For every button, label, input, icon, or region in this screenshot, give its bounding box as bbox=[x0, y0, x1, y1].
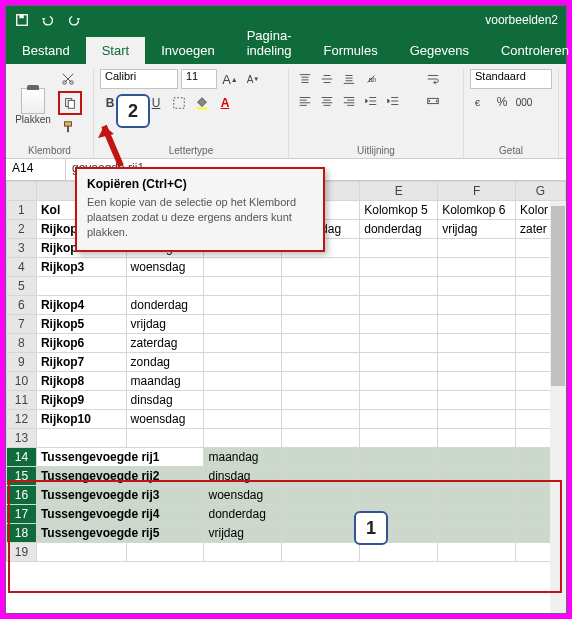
cell-C8[interactable] bbox=[204, 334, 282, 353]
cell-F9[interactable] bbox=[438, 353, 516, 372]
cell-E5[interactable] bbox=[360, 277, 438, 296]
tab-gegevens[interactable]: Gegevens bbox=[394, 37, 485, 64]
cell-E4[interactable] bbox=[360, 258, 438, 277]
cell-A15[interactable]: Tussengevoegde rij2 bbox=[36, 467, 204, 486]
cell-D6[interactable] bbox=[282, 296, 360, 315]
cell-E12[interactable] bbox=[360, 410, 438, 429]
cell-C19[interactable] bbox=[204, 543, 282, 562]
align-bottom-button[interactable] bbox=[339, 69, 359, 89]
cell-D9[interactable] bbox=[282, 353, 360, 372]
row-header-1[interactable]: 1 bbox=[7, 201, 37, 220]
cell-D17[interactable] bbox=[282, 505, 360, 524]
cell-F7[interactable] bbox=[438, 315, 516, 334]
cell-A13[interactable] bbox=[36, 429, 126, 448]
cell-F12[interactable] bbox=[438, 410, 516, 429]
cell-A17[interactable]: Tussengevoegde rij4 bbox=[36, 505, 204, 524]
row-header-4[interactable]: 4 bbox=[7, 258, 37, 277]
cell-E3[interactable] bbox=[360, 239, 438, 258]
cell-B10[interactable]: maandag bbox=[126, 372, 204, 391]
copy-button[interactable] bbox=[58, 91, 82, 115]
col-header-F[interactable]: F bbox=[438, 182, 516, 201]
align-center-button[interactable] bbox=[317, 91, 337, 111]
cell-E1[interactable]: Kolomkop 5 bbox=[360, 201, 438, 220]
font-name-select[interactable]: Calibri bbox=[100, 69, 178, 89]
cell-B5[interactable] bbox=[126, 277, 204, 296]
row-header-12[interactable]: 12 bbox=[7, 410, 37, 429]
cell-E16[interactable] bbox=[360, 486, 438, 505]
cell-A11[interactable]: Rijkop9 bbox=[36, 391, 126, 410]
cell-F16[interactable] bbox=[438, 486, 516, 505]
row-header-5[interactable]: 5 bbox=[7, 277, 37, 296]
name-box[interactable]: A14 bbox=[6, 159, 66, 180]
wrap-text-button[interactable] bbox=[413, 69, 453, 89]
cell-F10[interactable] bbox=[438, 372, 516, 391]
tab-bestand[interactable]: Bestand bbox=[6, 37, 86, 64]
row-header-11[interactable]: 11 bbox=[7, 391, 37, 410]
cell-C13[interactable] bbox=[204, 429, 282, 448]
cell-D18[interactable] bbox=[282, 524, 360, 543]
cell-F19[interactable] bbox=[438, 543, 516, 562]
cell-B6[interactable]: donderdag bbox=[126, 296, 204, 315]
cell-A12[interactable]: Rijkop10 bbox=[36, 410, 126, 429]
cell-C5[interactable] bbox=[204, 277, 282, 296]
cell-F17[interactable] bbox=[438, 505, 516, 524]
cell-E13[interactable] bbox=[360, 429, 438, 448]
tab-start[interactable]: Start bbox=[86, 37, 145, 64]
cell-F15[interactable] bbox=[438, 467, 516, 486]
row-header-19[interactable]: 19 bbox=[7, 543, 37, 562]
align-left-button[interactable] bbox=[295, 91, 315, 111]
cell-B8[interactable]: zaterdag bbox=[126, 334, 204, 353]
cell-D13[interactable] bbox=[282, 429, 360, 448]
merge-center-button[interactable] bbox=[413, 91, 453, 111]
undo-icon[interactable] bbox=[40, 12, 56, 28]
number-format-select[interactable]: Standaard bbox=[470, 69, 552, 89]
cell-A4[interactable]: Rijkop3 bbox=[36, 258, 126, 277]
cell-A14[interactable]: Tussengevoegde rij1 bbox=[36, 448, 204, 467]
orientation-button[interactable]: ab bbox=[361, 69, 381, 89]
cell-A18[interactable]: Tussengevoegde rij5 bbox=[36, 524, 204, 543]
row-header-14[interactable]: 14 bbox=[7, 448, 37, 467]
cell-D4[interactable] bbox=[282, 258, 360, 277]
cell-F1[interactable]: Kolomkop 6 bbox=[438, 201, 516, 220]
row-header-2[interactable]: 2 bbox=[7, 220, 37, 239]
row-header-15[interactable]: 15 bbox=[7, 467, 37, 486]
cell-C17[interactable]: donderdag bbox=[204, 505, 282, 524]
cell-F8[interactable] bbox=[438, 334, 516, 353]
cell-B4[interactable]: woensdag bbox=[126, 258, 204, 277]
cell-F3[interactable] bbox=[438, 239, 516, 258]
cell-A10[interactable]: Rijkop8 bbox=[36, 372, 126, 391]
cell-A7[interactable]: Rijkop5 bbox=[36, 315, 126, 334]
row-header-10[interactable]: 10 bbox=[7, 372, 37, 391]
cell-C16[interactable]: woensdag bbox=[204, 486, 282, 505]
cell-A6[interactable]: Rijkop4 bbox=[36, 296, 126, 315]
cell-C7[interactable] bbox=[204, 315, 282, 334]
cell-C4[interactable] bbox=[204, 258, 282, 277]
tab-controleren[interactable]: Controleren bbox=[485, 37, 572, 64]
align-middle-button[interactable] bbox=[317, 69, 337, 89]
cell-D15[interactable] bbox=[282, 467, 360, 486]
vertical-scrollbar[interactable] bbox=[550, 201, 566, 613]
cell-A19[interactable] bbox=[36, 543, 126, 562]
redo-icon[interactable] bbox=[66, 12, 82, 28]
cell-D5[interactable] bbox=[282, 277, 360, 296]
font-color-button[interactable]: A bbox=[215, 93, 235, 113]
cell-B19[interactable] bbox=[126, 543, 204, 562]
cell-E6[interactable] bbox=[360, 296, 438, 315]
decrease-indent-button[interactable] bbox=[361, 91, 381, 111]
row-header-16[interactable]: 16 bbox=[7, 486, 37, 505]
cell-E9[interactable] bbox=[360, 353, 438, 372]
cell-E14[interactable] bbox=[360, 448, 438, 467]
align-top-button[interactable] bbox=[295, 69, 315, 89]
scrollbar-thumb[interactable] bbox=[551, 206, 565, 386]
cell-C15[interactable]: dinsdag bbox=[204, 467, 282, 486]
col-header-E[interactable]: E bbox=[360, 182, 438, 201]
tab-formules[interactable]: Formules bbox=[307, 37, 393, 64]
cell-E11[interactable] bbox=[360, 391, 438, 410]
format-painter-button[interactable] bbox=[58, 117, 78, 137]
cell-F14[interactable] bbox=[438, 448, 516, 467]
cell-F18[interactable] bbox=[438, 524, 516, 543]
cell-B7[interactable]: vrijdag bbox=[126, 315, 204, 334]
cell-E15[interactable] bbox=[360, 467, 438, 486]
tab-invoegen[interactable]: Invoegen bbox=[145, 37, 231, 64]
cell-D12[interactable] bbox=[282, 410, 360, 429]
